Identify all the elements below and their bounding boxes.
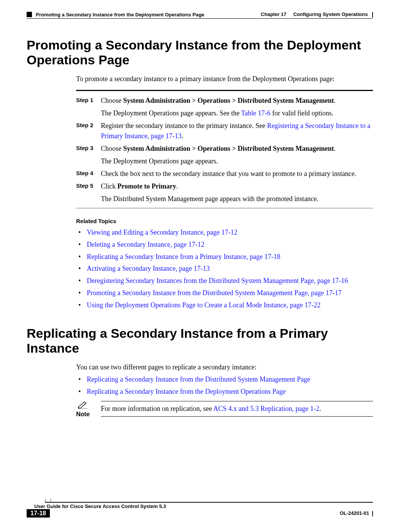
step-text: Choose System Administration > Operation… [101, 144, 373, 154]
related-link[interactable]: Deregistering Secondary Instances from t… [87, 277, 348, 284]
step-label: Step 3 [76, 144, 101, 151]
section1-intro: To promote a secondary instance to a pri… [76, 75, 373, 83]
footer-rule [45, 502, 373, 503]
section1-heading: Promoting a Secondary Instance from the … [27, 38, 373, 67]
header-square-icon [27, 12, 32, 17]
footer-guide-title: User Guide for Cisco Secure Access Contr… [34, 503, 373, 509]
running-header-chapter: Chapter 17 [261, 11, 286, 17]
related-link[interactable]: Activating a Secondary Instance, page 17… [87, 265, 210, 272]
page-footer: | | User Guide for Cisco Secure Access C… [27, 498, 373, 518]
running-header-section: Promoting a Secondary Instance from the … [36, 12, 204, 18]
steps-bottom-rule [76, 208, 373, 208]
note-label: Note [76, 410, 101, 418]
step-label: Step 2 [76, 121, 101, 128]
header-bar-icon [372, 12, 373, 18]
step-label: Step 1 [76, 96, 101, 103]
step-subtext: The Deployment Operations page appears. … [101, 108, 373, 118]
related-link[interactable]: Using the Deployment Operations Page to … [87, 301, 320, 309]
related-link[interactable]: Promoting a Secondary Instance from the … [87, 289, 342, 297]
step-text: Register the secondary instance to the p… [101, 121, 373, 141]
related-link[interactable]: Viewing and Editing a Secondary Instance… [87, 228, 237, 236]
step-label: Step 5 [76, 181, 101, 189]
footer-doc-id: OL-24201-01 [340, 510, 373, 516]
section2-links-list: Replicating a Secondary Instance from th… [76, 374, 373, 397]
section2-heading: Replicating a Secondary Instance from a … [27, 326, 373, 356]
step-subtext: The Distributed System Management page a… [101, 194, 373, 204]
table-link[interactable]: Table 17-6 [241, 109, 271, 117]
page-number: 17-18 [27, 509, 50, 518]
step-text: Click Promote to Primary. [101, 181, 373, 192]
section2-link[interactable]: Replicating a Secondary Instance from th… [87, 375, 310, 383]
step-label: Step 4 [76, 169, 101, 176]
step-subtext: The Deployment Operations page appears. [101, 156, 373, 166]
step-text: Check the box next to the secondary inst… [101, 169, 373, 179]
note-bottom-rule [101, 416, 373, 417]
section2-intro: You can use two different pages to repli… [76, 363, 373, 371]
running-header-right: Chapter 17 Configuring System Operations [261, 11, 373, 18]
step-text: Choose System Administration > Operation… [101, 96, 373, 106]
related-topics-list: Viewing and Editing a Secondary Instance… [76, 227, 373, 311]
header-rule [27, 18, 373, 19]
footer-bar-icon [372, 511, 373, 516]
note-text: For more information on replication, see… [101, 404, 373, 414]
related-link[interactable]: Deleting a Secondary Instance, page 17-1… [87, 241, 204, 248]
related-topics-heading: Related Topics [76, 218, 373, 224]
pencil-icon [78, 401, 101, 410]
related-link[interactable]: Replicating a Secondary Instance from a … [87, 253, 280, 260]
note-link[interactable]: ACS 4.x and 5.3 Replication, page 1-2 [213, 405, 319, 412]
running-header-left: Promoting a Secondary Instance from the … [27, 12, 204, 18]
section2-link[interactable]: Replicating a Secondary Instance from th… [87, 388, 286, 395]
running-header-title: Configuring System Operations [293, 11, 368, 17]
note-top-rule [101, 401, 373, 401]
steps-top-rule [76, 90, 373, 91]
